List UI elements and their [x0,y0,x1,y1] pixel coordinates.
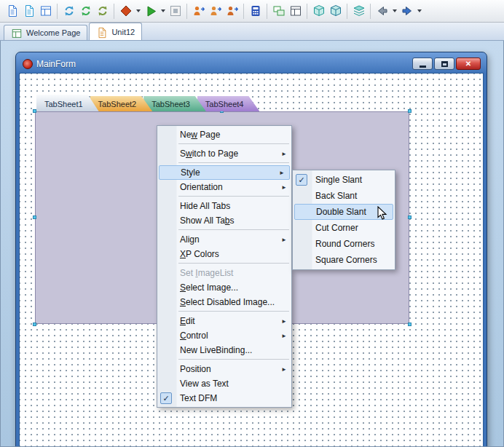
menu-item-text-dfm[interactable]: ✓Text DFM [157,391,291,406]
tab-label: TabSheet2 [98,100,137,108]
close-button[interactable]: ✕ [456,58,481,70]
selection-handle[interactable] [408,323,412,326]
navigate-forward-dropdown[interactable] [415,2,423,20]
menu-separator [178,263,289,264]
run-without-debugging-icon[interactable] [117,2,134,20]
menu-item-align[interactable]: Align► [157,232,291,247]
layers-icon[interactable] [350,2,367,20]
menu-item-cut-corner[interactable]: Cut Corner [293,220,395,236]
menu-item-label: View as Text [180,379,229,389]
menu-item-show-all-tabs[interactable]: Show All Tabs [157,213,291,228]
form-caption-bar[interactable]: MainForm ✕ [18,55,484,73]
model-view-icon[interactable] [310,2,327,20]
tab-tabsheet1[interactable]: TabSheet1 [36,95,99,111]
menu-item-label: Back Slant [315,191,357,201]
menu-item-select-disabled-image[interactable]: Select Disabled Image... [157,295,291,309]
run-icon[interactable] [142,2,159,20]
run-dropdown[interactable] [159,2,167,20]
doc-tab-welcome-page[interactable]: Welcome Page [4,25,87,40]
menu-separator [178,359,289,360]
window-buttons: ✕ [412,58,482,70]
menu-item-label: Cut Corner [315,223,358,233]
menu-item-label: Select Disabled Image... [180,297,275,307]
menu-item-back-slant[interactable]: Back Slant [293,188,395,204]
selection-handle[interactable] [33,215,36,219]
menu-item-new-livebinding[interactable]: New LiveBinding... [157,343,291,357]
submenu-arrow-icon: ► [279,170,285,176]
type-library-icon[interactable] [327,2,344,20]
toolbar-separator [370,4,371,19]
close-icon: ✕ [465,60,471,68]
menu-item-label: Single Slant [315,175,362,185]
submenu-arrow-icon: ► [281,366,287,373]
chevron-down-icon [417,9,422,12]
navigate-back-dropdown[interactable] [390,2,398,20]
selection-handle[interactable] [33,109,36,113]
tab-tabsheet3[interactable]: TabSheet3 [143,96,206,111]
welcome-page-icon [11,27,23,39]
pause-icon[interactable] [167,2,184,20]
new-items-icon[interactable] [4,2,20,20]
menu-item-label: Position [180,364,211,374]
doc-tab-unit12[interactable]: Unit12 [89,23,142,40]
menu-item-control[interactable]: Control► [157,328,291,343]
menu-item-orientation[interactable]: Orientation► [157,180,291,194]
breakpoint-list-icon[interactable] [247,2,264,20]
menu-separator [178,229,289,230]
minimize-button[interactable] [412,58,433,70]
tab-tabsheet2[interactable]: TabSheet2 [90,96,153,111]
menu-item-label: Control [180,331,208,341]
minimize-icon [420,66,426,68]
build-icon[interactable] [77,2,94,20]
menu-item-label: Edit [180,316,195,326]
menu-item-label: Style [181,167,200,178]
menu-item-xp-colors[interactable]: XP Colors [157,247,291,261]
menu-item-hide-all-tabs[interactable]: Hide All Tabs [157,199,291,213]
chevron-down-icon [393,9,397,12]
save-all-icon[interactable] [37,2,54,20]
menu-item-label: Set ImageList [180,268,233,278]
run-without-debugging-dropdown[interactable] [134,2,142,20]
submenu-arrow-icon: ► [281,237,287,243]
doc-tab-label: Welcome Page [26,28,80,37]
navigate-forward-icon[interactable] [398,2,415,20]
menu-item-switch-to-page[interactable]: Switch to Page► [157,146,291,161]
submenu-arrow-icon: ► [281,318,287,325]
menu-item-label: Text DFM [180,393,217,403]
maximize-button[interactable] [434,58,454,70]
trace-into-icon[interactable] [224,2,240,20]
menu-item-position[interactable]: Position► [157,362,291,376]
attach-to-process-icon[interactable] [190,2,207,20]
tab-label: TabSheet4 [205,100,244,108]
tab-tabsheet4[interactable]: TabSheet4 [197,96,260,111]
menu-item-new-page[interactable]: New Page [157,127,291,142]
menu-item-round-corners[interactable]: Round Corners [293,236,395,252]
selection-handle[interactable] [33,323,36,326]
view-form-icon[interactable] [287,2,304,20]
navigate-back-icon[interactable] [374,2,390,20]
menu-item-single-slant[interactable]: ✓Single Slant [293,172,395,188]
menu-item-set-imagelist: Set ImageList [157,266,291,280]
page-control-tabs: TabSheet1TabSheet2TabSheet3TabSheet4 [36,96,251,111]
toolbar-separator [307,4,307,19]
toolbar-separator [243,4,244,19]
menu-item-select-image[interactable]: Select Image... [157,280,291,295]
submenu-arrow-icon: ► [281,151,287,157]
selection-handle[interactable] [408,215,412,219]
menu-item-view-as-text[interactable]: View as Text [157,376,291,391]
menu-item-square-corners[interactable]: Square Corners [293,252,395,268]
selection-handle[interactable] [408,109,412,113]
open-file-icon[interactable] [20,2,37,20]
form-title: MainForm [36,59,76,69]
toggle-form-unit-icon[interactable] [270,2,287,20]
menu-item-label: Hide All Tabs [180,201,230,211]
menu-item-label: Square Corners [315,255,377,265]
menu-item-style[interactable]: Style► [159,165,290,180]
compile-all-icon[interactable] [94,2,111,20]
tab-label: TabSheet1 [44,100,83,108]
compile-icon[interactable] [60,2,77,20]
check-icon: ✓ [160,392,172,404]
menu-item-label: Show All Tabs [180,215,235,226]
step-over-icon[interactable] [207,2,224,20]
menu-item-edit[interactable]: Edit► [157,314,291,328]
